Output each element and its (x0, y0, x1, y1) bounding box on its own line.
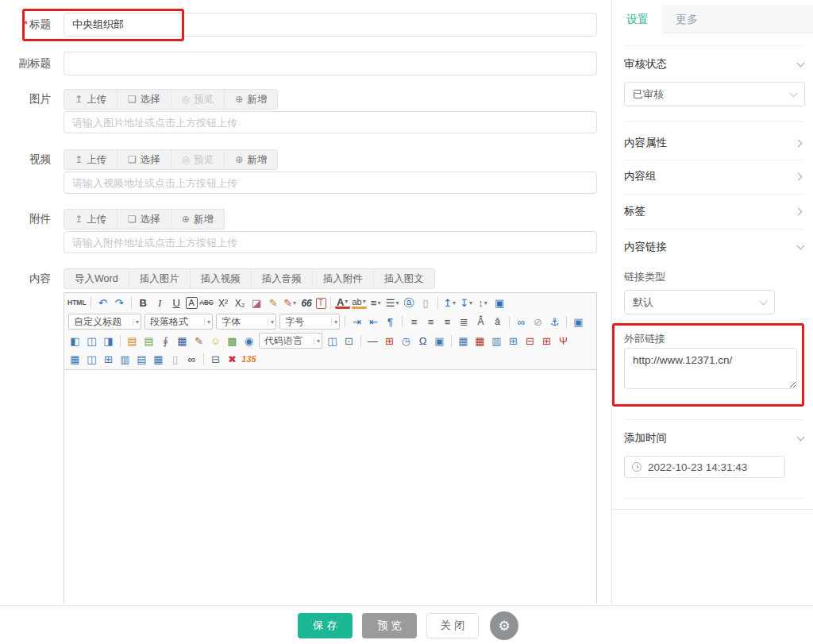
insert-columns-icon[interactable]: ◫ (325, 334, 340, 349)
save-button[interactable]: 保存 (298, 613, 353, 638)
review-status-select[interactable]: 已审核 (624, 82, 805, 106)
snapscreen-icon[interactable]: ⊡ (341, 334, 356, 349)
blank-doc-icon[interactable]: ▯ (418, 295, 433, 310)
section-add-time[interactable]: 添加时间 (624, 430, 803, 446)
image-upload-button[interactable]: ↥上传 (64, 90, 117, 109)
settings-gear-button[interactable]: ⚙ (490, 611, 518, 640)
line-height-icon[interactable]: ↕▾ (476, 295, 491, 310)
table-title-icon[interactable]: ▥ (489, 334, 504, 349)
paste-as-text-icon[interactable]: T (316, 298, 326, 309)
section-content-group[interactable]: 内容组 (624, 168, 803, 184)
section-content-link[interactable]: 内容链接 (624, 239, 803, 255)
eraser-icon[interactable]: ◪ (249, 295, 264, 310)
editor-135-icon[interactable]: 135 (241, 352, 256, 367)
link-type-select[interactable]: 默认 (624, 290, 775, 314)
table-column-left-icon[interactable]: ⊞ (101, 352, 116, 367)
format-painter-icon[interactable]: ✎ (266, 295, 281, 310)
image-add-button[interactable]: ⊕新增 (225, 90, 277, 109)
image-preview-button[interactable]: ◎预览 (171, 90, 224, 109)
clear-doc-icon[interactable]: ✖ (225, 352, 240, 367)
special-char-icon[interactable]: Ω (415, 334, 430, 349)
insert-map-icon[interactable]: ▩ (225, 334, 240, 349)
insert-date-icon[interactable]: ⊞ (382, 334, 397, 349)
code-language-select[interactable]: 代码语言▾ (259, 333, 322, 349)
split-cell-icon[interactable]: Ψ (556, 334, 571, 349)
insert-audio-button[interactable]: 插入音频 (252, 269, 312, 288)
attachment-clip-icon[interactable]: ∮ (158, 334, 173, 349)
border-text-icon[interactable]: A (186, 297, 198, 309)
attachment-choose-button[interactable]: ❏选择 (118, 210, 171, 229)
align-justify-icon[interactable]: ≣ (457, 314, 472, 330)
search-replace-icon[interactable]: ∞ (184, 352, 199, 367)
unordered-list-icon[interactable]: ☰▾ (385, 295, 400, 310)
editor-content-area[interactable] (64, 370, 596, 610)
superscript-icon[interactable]: X² (216, 295, 231, 310)
to-lowercase-icon[interactable]: â (490, 314, 505, 330)
scrawl-icon[interactable]: ✎ (191, 334, 206, 349)
anchor-icon[interactable]: ⚓ (547, 314, 562, 330)
unlink-icon[interactable]: ⊘ (530, 314, 545, 330)
preview-button[interactable]: 预览 (362, 613, 417, 638)
font-size-select[interactable]: 字号▾ (279, 314, 340, 330)
attachment-url-input[interactable] (64, 231, 597, 253)
table-delete-column-icon[interactable]: ▤ (134, 352, 149, 367)
paragraph-top-spacing-icon[interactable]: ↥▾ (442, 295, 457, 310)
highlight-color-icon[interactable]: ab▾ (352, 297, 367, 309)
to-uppercase-icon[interactable]: Â (473, 314, 488, 330)
print-preview-icon[interactable]: ⊟ (208, 352, 223, 367)
paragraph-format-select[interactable]: 段落格式▾ (144, 314, 213, 330)
external-link-textarea[interactable]: http://www.12371.cn/ (624, 348, 797, 389)
image-choose-button[interactable]: ❏选择 (118, 90, 171, 109)
word-image-icon[interactable]: ▣ (432, 334, 447, 349)
paragraph-mark-icon[interactable]: ¶ (383, 314, 398, 330)
merge-cells-icon[interactable]: ⊞ (506, 334, 521, 349)
image-align-right-icon[interactable]: ◨ (101, 334, 116, 349)
close-button[interactable]: 关闭 (426, 613, 479, 638)
italic-icon[interactable]: I (152, 295, 168, 310)
insert-video-icon[interactable]: ▦ (175, 334, 190, 349)
custom-heading-select[interactable]: 自定义标题▾ (68, 314, 141, 330)
insert-imagetext-button[interactable]: 插入图文 (374, 269, 434, 288)
font-color-icon[interactable]: A▾ (335, 297, 350, 309)
indent-icon[interactable]: ⇥ (349, 314, 364, 330)
font-family-select[interactable]: 字体▾ (216, 314, 276, 330)
subtitle-input[interactable] (64, 52, 597, 75)
section-content-attr[interactable]: 内容属性 (624, 135, 803, 151)
align-left-icon[interactable]: ≡ (406, 314, 422, 330)
insert-column-icon[interactable]: ⊞ (539, 334, 554, 349)
insert-link-icon[interactable]: ∞ (514, 314, 529, 330)
underline-icon[interactable]: U (169, 295, 184, 310)
fullscreen-icon[interactable]: ▣ (492, 295, 507, 310)
video-choose-button[interactable]: ❏选择 (118, 150, 171, 169)
insert-attachment-button[interactable]: 插入附件 (313, 269, 373, 288)
subscript-icon[interactable]: X₂ (233, 295, 248, 310)
title-input[interactable] (64, 13, 597, 37)
attachment-upload-button[interactable]: ↥上传 (64, 210, 117, 229)
insert-row-icon[interactable]: ⊟ (522, 334, 538, 349)
insert-iframe-icon[interactable]: ◉ (241, 334, 256, 349)
video-add-button[interactable]: ⊕新增 (225, 150, 277, 169)
video-preview-button[interactable]: ◎预览 (171, 150, 224, 169)
align-right-icon[interactable]: ≡ (440, 314, 455, 330)
redo-icon[interactable]: ↷ (112, 295, 127, 310)
ordered-list-icon[interactable]: ≡▾ (368, 295, 383, 310)
insert-table-icon[interactable]: ▦ (456, 334, 471, 349)
picture-library-icon[interactable]: ▤ (141, 334, 156, 349)
image-float-icon[interactable]: ▣ (571, 314, 586, 330)
bold-icon[interactable]: B (136, 295, 151, 310)
emotion-icon[interactable]: ☺ (208, 334, 223, 349)
delete-table-icon[interactable]: ▦ (472, 334, 487, 349)
insert-picture-icon[interactable]: ▤ (125, 334, 140, 349)
color-brush-icon[interactable]: ✎▾ (283, 295, 298, 310)
image-align-center-icon[interactable]: ◫ (84, 334, 99, 349)
align-center-icon[interactable]: ≡ (423, 314, 438, 330)
table-delete-row-icon[interactable]: ▥ (118, 352, 133, 367)
add-time-input[interactable]: 2022-10-23 14:31:43 (624, 456, 785, 478)
insert-image-button[interactable]: 插入图片 (129, 269, 190, 288)
video-upload-button[interactable]: ↥上传 (64, 150, 117, 169)
auto-typeset-icon[interactable]: ⓐ (402, 295, 417, 310)
blockquote-icon[interactable]: 66 (299, 295, 314, 310)
section-review-status[interactable]: 审核状态 (624, 56, 803, 72)
tab-more[interactable]: 更多 (676, 5, 698, 33)
import-word-button[interactable]: 导入Word (64, 269, 129, 288)
